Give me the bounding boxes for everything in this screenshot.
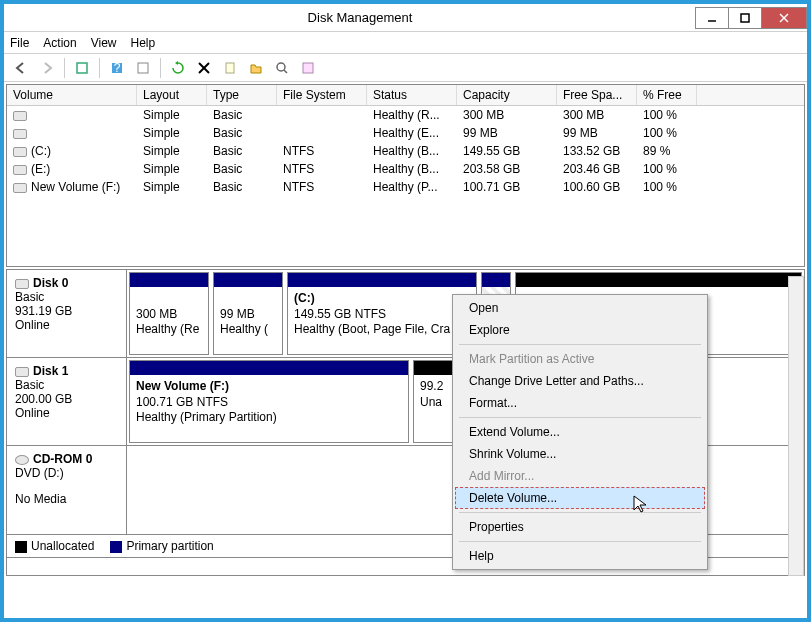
menu-view[interactable]: View xyxy=(91,36,117,50)
volume-row[interactable]: SimpleBasicHealthy (R...300 MB300 MB100 … xyxy=(7,106,804,124)
partition[interactable]: 300 MBHealthy (Re xyxy=(129,272,209,355)
col-pctfree[interactable]: % Free xyxy=(637,85,697,105)
svg-rect-1 xyxy=(741,14,749,22)
ctx-explore[interactable]: Explore xyxy=(455,319,705,341)
options-icon[interactable] xyxy=(297,57,319,79)
minimize-button[interactable] xyxy=(695,7,729,29)
close-button[interactable] xyxy=(761,7,807,29)
delete-icon[interactable] xyxy=(193,57,215,79)
partition[interactable]: 99 MBHealthy ( xyxy=(213,272,283,355)
svg-line-12 xyxy=(284,70,287,73)
col-layout[interactable]: Layout xyxy=(137,85,207,105)
volume-row[interactable]: New Volume (F:)SimpleBasicNTFSHealthy (P… xyxy=(7,178,804,196)
ctx-add-mirror: Add Mirror... xyxy=(455,465,705,487)
svg-text:?: ? xyxy=(114,61,121,75)
ctx-mark-active: Mark Partition as Active xyxy=(455,348,705,370)
col-free[interactable]: Free Spa... xyxy=(557,85,637,105)
svg-rect-7 xyxy=(138,63,148,73)
col-status[interactable]: Status xyxy=(367,85,457,105)
ctx-format[interactable]: Format... xyxy=(455,392,705,414)
tool-icon[interactable] xyxy=(132,57,154,79)
context-menu: Open Explore Mark Partition as Active Ch… xyxy=(452,294,708,570)
svg-rect-10 xyxy=(226,63,234,73)
menu-action[interactable]: Action xyxy=(43,36,76,50)
col-filesystem[interactable]: File System xyxy=(277,85,367,105)
titlebar: Disk Management xyxy=(4,4,807,32)
volume-row[interactable]: SimpleBasicHealthy (E...99 MB99 MB100 % xyxy=(7,124,804,142)
col-type[interactable]: Type xyxy=(207,85,277,105)
disk-icon xyxy=(15,279,29,289)
ctx-properties[interactable]: Properties xyxy=(455,516,705,538)
scrollbar[interactable] xyxy=(788,276,804,576)
ctx-change-letter[interactable]: Change Drive Letter and Paths... xyxy=(455,370,705,392)
back-button[interactable] xyxy=(10,57,32,79)
ctx-shrink[interactable]: Shrink Volume... xyxy=(455,443,705,465)
refresh-icon[interactable] xyxy=(167,57,189,79)
folder-icon[interactable] xyxy=(245,57,267,79)
volume-row[interactable]: (E:)SimpleBasicNTFSHealthy (B...203.58 G… xyxy=(7,160,804,178)
settings-icon[interactable] xyxy=(71,57,93,79)
svg-rect-13 xyxy=(303,63,313,73)
ctx-help[interactable]: Help xyxy=(455,545,705,567)
volume-list: Volume Layout Type File System Status Ca… xyxy=(6,84,805,267)
col-volume[interactable]: Volume xyxy=(7,85,137,105)
menubar: File Action View Help xyxy=(4,32,807,54)
volume-row[interactable]: (C:)SimpleBasicNTFSHealthy (B...149.55 G… xyxy=(7,142,804,160)
col-capacity[interactable]: Capacity xyxy=(457,85,557,105)
help-icon[interactable]: ? xyxy=(106,57,128,79)
menu-file[interactable]: File xyxy=(10,36,29,50)
ctx-open[interactable]: Open xyxy=(455,297,705,319)
search-icon[interactable] xyxy=(271,57,293,79)
window-title: Disk Management xyxy=(24,10,696,25)
disk-icon xyxy=(15,367,29,377)
cdrom-icon xyxy=(15,455,29,465)
svg-point-11 xyxy=(277,63,285,71)
partition[interactable]: (C:)149.55 GB NTFSHealthy (Boot, Page Fi… xyxy=(287,272,477,355)
ctx-extend[interactable]: Extend Volume... xyxy=(455,421,705,443)
partition[interactable]: New Volume (F:)100.71 GB NTFSHealthy (Pr… xyxy=(129,360,409,443)
menu-help[interactable]: Help xyxy=(131,36,156,50)
svg-rect-4 xyxy=(77,63,87,73)
partition-unallocated[interactable]: 99.2Una xyxy=(413,360,453,443)
maximize-button[interactable] xyxy=(728,7,762,29)
forward-button[interactable] xyxy=(36,57,58,79)
properties-icon[interactable] xyxy=(219,57,241,79)
ctx-delete-volume[interactable]: Delete Volume... xyxy=(455,487,705,509)
toolbar: ? xyxy=(4,54,807,82)
